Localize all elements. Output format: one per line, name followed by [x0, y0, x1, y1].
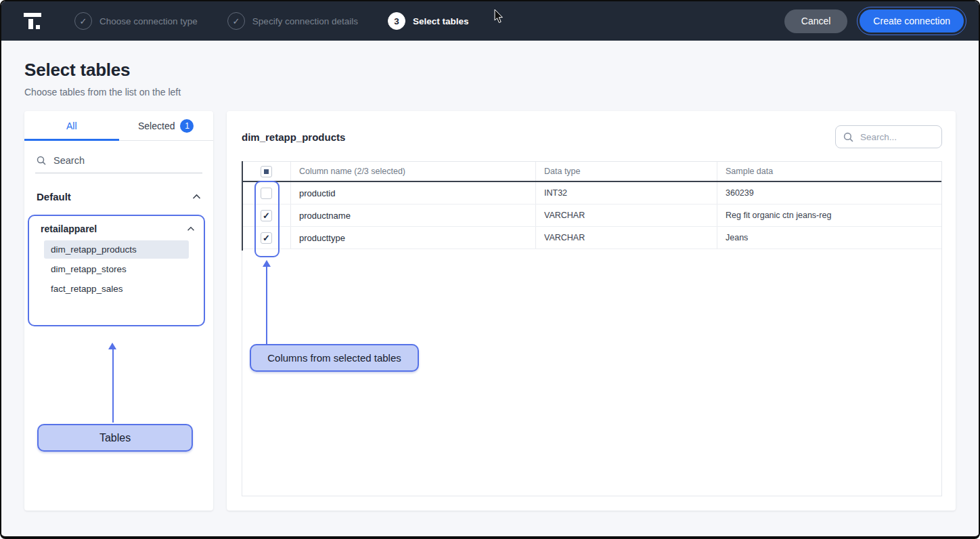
tables-annotation-arrow-line	[112, 349, 114, 423]
columns-annotation-label: Columns from selected tables	[267, 352, 401, 364]
table-row: productid INT32 360239	[242, 182, 941, 204]
step-number: 3	[388, 12, 405, 30]
wizard-steps: ✓ Choose connection type ✓ Specify conne…	[74, 12, 469, 30]
tab-selected-label: Selected	[138, 121, 175, 131]
sidebar-search	[35, 154, 202, 173]
page-subtitle: Choose tables from the list on the left	[24, 87, 956, 98]
sample-data-cell: 360239	[717, 182, 941, 204]
schema-retailapparel[interactable]: retailapparel	[29, 216, 204, 239]
sidebar-search-input[interactable]	[52, 154, 201, 167]
create-connection-button[interactable]: Create connection	[860, 9, 964, 33]
columns-panel-head: dim_retapp_products	[227, 111, 956, 161]
step-check-icon: ✓	[74, 12, 92, 30]
table-row: ✓ productname VARCHAR Reg fit organic ct…	[242, 204, 941, 227]
tab-all[interactable]: All	[24, 111, 119, 140]
tables-annotation-arrow	[108, 343, 116, 349]
chevron-up-icon[interactable]	[192, 194, 201, 200]
group-default-label: Default	[37, 191, 71, 202]
chevron-up-icon[interactable]	[187, 226, 195, 232]
wizard-topbar: ✓ Choose connection type ✓ Specify conne…	[1, 1, 979, 41]
columns-search	[835, 125, 942, 148]
data-type-header: Data type	[536, 162, 717, 181]
topbar-actions: Cancel Create connection	[784, 7, 966, 35]
column-name-cell: productid	[291, 182, 536, 204]
columns-annotation-arrow-line	[266, 266, 267, 344]
step-label: Choose connection type	[99, 16, 198, 26]
sidebar-table-item[interactable]: dim_retapp_stores	[44, 260, 189, 278]
sample-data-header: Sample data	[717, 162, 941, 181]
selected-count-badge: 1	[180, 119, 194, 133]
header-checkbox-cell	[242, 162, 291, 181]
sidebar-tabs: All Selected 1	[24, 111, 213, 141]
page-head: Select tables Choose tables from the lis…	[1, 41, 979, 111]
column-name-cell: producttype	[291, 227, 536, 249]
sidebar-table-item[interactable]: dim_retapp_products	[44, 240, 189, 259]
sample-data-cell: Jeans	[717, 227, 941, 249]
select-all-checkbox[interactable]	[261, 166, 272, 177]
step-specify-connection-details[interactable]: ✓ Specify connection details	[227, 12, 358, 30]
selected-table-title: dim_retapp_products	[242, 131, 345, 143]
mouse-cursor-icon	[494, 9, 505, 27]
search-icon	[843, 132, 853, 142]
data-type-cell: INT32	[536, 182, 717, 204]
indeterminate-checkbox-icon	[264, 169, 269, 174]
tables-sidebar: All Selected 1 Default	[24, 111, 213, 511]
columns-annotation-callout: Columns from selected tables	[250, 344, 419, 372]
sample-data-cell: Reg fit organic ctn jeans-reg	[717, 204, 941, 226]
data-type-cell: VARCHAR	[536, 204, 717, 226]
tab-all-label: All	[66, 121, 77, 131]
data-type-cell: VARCHAR	[536, 227, 717, 249]
step-choose-connection-type[interactable]: ✓ Choose connection type	[74, 12, 198, 30]
step-check-icon: ✓	[227, 12, 245, 30]
column-name-cell: productname	[291, 204, 536, 226]
columns-table: Column name (2/3 selected) Data type Sam…	[242, 161, 942, 496]
create-connection-focus-ring: Create connection	[857, 7, 966, 35]
thoughtspot-logo	[22, 10, 43, 32]
sidebar-table-item[interactable]: fact_retapp_sales	[44, 280, 189, 298]
step-label: Select tables	[413, 16, 469, 26]
tables-annotation-label: Tables	[99, 432, 131, 444]
columns-search-input[interactable]	[859, 131, 934, 143]
columns-annotation-outline	[254, 181, 280, 257]
cancel-button[interactable]: Cancel	[784, 9, 848, 33]
search-icon	[37, 156, 46, 165]
schema-label: retailapparel	[41, 223, 97, 234]
step-label: Specify connection details	[252, 16, 358, 26]
group-default[interactable]: Default	[24, 177, 213, 211]
columns-panel: dim_retapp_products	[227, 111, 956, 511]
page-title: Select tables	[24, 60, 956, 81]
table-row: ✓ producttype VARCHAR Jeans	[242, 227, 941, 249]
columns-table-header: Column name (2/3 selected) Data type Sam…	[242, 162, 941, 182]
content-area: All Selected 1 Default	[1, 111, 979, 511]
step-select-tables[interactable]: 3 Select tables	[388, 12, 469, 30]
column-name-header: Column name (2/3 selected)	[291, 162, 536, 181]
app-window: ✓ Choose connection type ✓ Specify conne…	[0, 0, 980, 539]
table-left-accent	[242, 161, 243, 251]
tab-selected[interactable]: Selected 1	[119, 111, 214, 140]
tables-annotation-callout: Tables	[37, 424, 193, 452]
tables-annotation-outline: retailapparel dim_retapp_products dim_re…	[28, 215, 205, 326]
